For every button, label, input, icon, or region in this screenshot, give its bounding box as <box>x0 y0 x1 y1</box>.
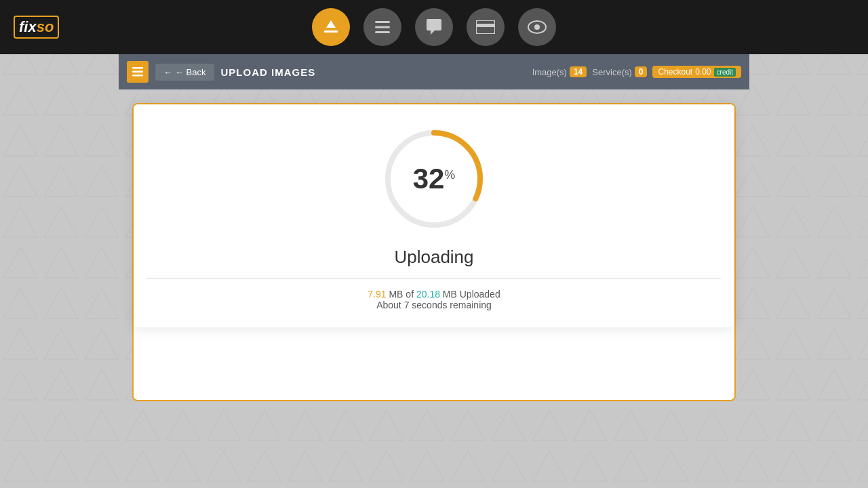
menu-button[interactable] <box>127 61 149 83</box>
svg-rect-9 <box>132 67 143 69</box>
checkout-label: Checkout <box>658 67 692 77</box>
upload-size-line: 7.91 MB of 20.18 MB Uploaded <box>368 289 500 300</box>
divider <box>147 278 721 279</box>
back-label: ← Back <box>175 67 206 77</box>
mb-unit-1: MB of <box>389 289 416 300</box>
total-mb: 20.18 <box>416 289 440 300</box>
main-content: 32% Uploading 7.91 MB of 20.18 MB Upload… <box>119 89 749 415</box>
svg-rect-6 <box>476 24 495 27</box>
svg-rect-0 <box>324 30 338 33</box>
page-title: UPLOAD IMAGES <box>221 66 526 78</box>
services-count-badge: 0 <box>635 66 648 77</box>
time-remaining: About 7 seconds remaining <box>368 300 500 310</box>
nav-list-btn[interactable] <box>363 8 401 46</box>
back-arrow: ← <box>163 67 172 77</box>
svg-rect-11 <box>132 75 143 77</box>
uploading-label: Uploading <box>394 247 473 268</box>
credit-label: credit <box>714 68 736 77</box>
progress-value: 32% <box>413 163 456 195</box>
svg-rect-4 <box>375 31 390 33</box>
svg-rect-10 <box>132 71 143 73</box>
services-label: Service(s) <box>592 67 632 77</box>
nav-payment-btn[interactable] <box>467 8 505 46</box>
nav-chat-btn[interactable] <box>415 8 453 46</box>
header-badges: Image(s) 14 Service(s) 0 Checkout 0.00 c… <box>532 66 741 78</box>
checkout-value: 0.00 <box>695 67 711 77</box>
top-navigation: fixso <box>0 0 868 54</box>
upload-stats: 7.91 MB of 20.18 MB Uploaded About 7 sec… <box>368 289 500 310</box>
nav-preview-btn[interactable] <box>518 8 556 46</box>
progress-percent-symbol: % <box>444 168 455 182</box>
logo-so: so <box>37 18 54 36</box>
svg-rect-3 <box>375 26 390 28</box>
back-button[interactable]: ← ← Back <box>155 64 214 81</box>
app-logo: fixso <box>14 16 59 39</box>
nav-upload-btn[interactable] <box>312 8 350 46</box>
svg-rect-2 <box>375 21 390 23</box>
progress-overlay: 32% Uploading 7.91 MB of 20.18 MB Upload… <box>134 104 734 327</box>
circular-progress: 32% <box>380 125 488 233</box>
logo-fix: fix <box>19 18 37 36</box>
mb-unit-2: MB Uploaded <box>443 289 500 300</box>
images-badge-group: Image(s) 14 <box>532 66 587 77</box>
sub-header: ← ← Back UPLOAD IMAGES Image(s) 14 Servi… <box>119 54 749 89</box>
svg-point-8 <box>534 24 540 30</box>
nav-icon-group <box>312 8 556 46</box>
upload-card: 32% Uploading 7.91 MB of 20.18 MB Upload… <box>132 103 736 401</box>
progress-number: 32 <box>413 163 445 195</box>
svg-marker-1 <box>326 20 336 28</box>
checkout-badge: Checkout 0.00 credit <box>652 66 741 78</box>
images-count-badge: 14 <box>570 66 587 77</box>
services-badge-group: Service(s) 0 <box>592 66 647 77</box>
images-label: Image(s) <box>532 67 567 77</box>
uploaded-mb: 7.91 <box>368 289 386 300</box>
